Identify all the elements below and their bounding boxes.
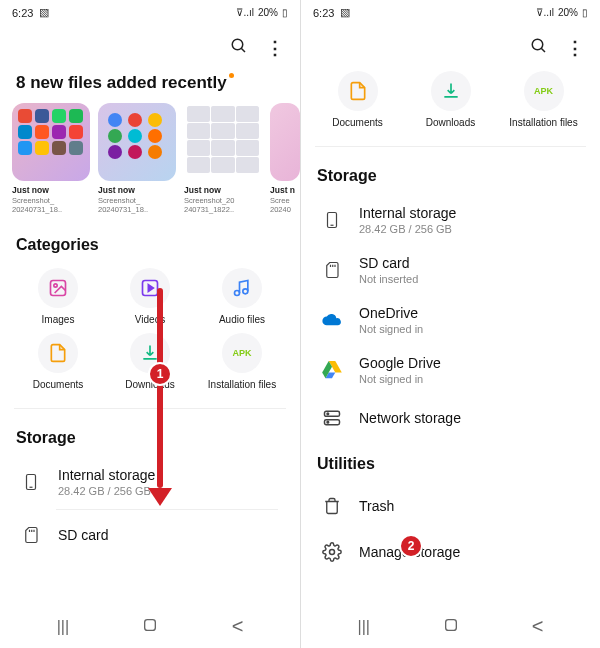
- trash-icon: [319, 493, 345, 519]
- nav-home[interactable]: [443, 617, 459, 637]
- storage-header: Storage: [0, 415, 300, 457]
- thumb-item[interactable]: Just now Screenshot_ 20240731_18..: [98, 103, 176, 214]
- status-bar: 6:23 ▧ ⊽..ıl 20% ▯: [0, 0, 300, 25]
- screen-right: 6:23 ▧ ⊽..ıl 20% ▯ ⋮ Documents Downloads: [300, 0, 600, 648]
- more-icon[interactable]: ⋮: [266, 37, 284, 59]
- googledrive-icon: [319, 357, 345, 383]
- nav-bar: ||| <: [301, 605, 600, 648]
- storage-internal[interactable]: Internal storage28.42 GB / 256 GB: [8, 457, 292, 507]
- category-downloads[interactable]: Downloads: [106, 333, 194, 390]
- image-icon: ▧: [39, 6, 49, 19]
- battery-text: 20%: [258, 7, 278, 18]
- category-apk[interactable]: APK Installation files: [198, 333, 286, 390]
- svg-point-3: [54, 284, 57, 287]
- phone-icon: [18, 469, 44, 495]
- apk-icon: APK: [232, 348, 251, 358]
- svg-rect-12: [145, 619, 156, 630]
- more-icon[interactable]: ⋮: [566, 37, 584, 59]
- storage-onedrive[interactable]: OneDriveNot signed in: [309, 295, 592, 345]
- svg-point-6: [243, 289, 248, 294]
- onedrive-icon: [319, 307, 345, 333]
- apk-icon: APK: [534, 86, 553, 96]
- categories-row: Documents Downloads APK Installation fil…: [301, 69, 600, 140]
- phone-icon: [319, 207, 345, 233]
- storage-internal[interactable]: Internal storage28.42 GB / 256 GB: [309, 195, 592, 245]
- battery-icon: ▯: [582, 7, 588, 18]
- category-videos[interactable]: Videos: [106, 268, 194, 325]
- battery-text: 20%: [558, 7, 578, 18]
- nav-recents[interactable]: |||: [357, 618, 369, 636]
- nav-recents[interactable]: |||: [57, 618, 69, 636]
- image-icon: ▧: [340, 6, 350, 19]
- action-bar: ⋮: [301, 25, 600, 69]
- storage-sdcard[interactable]: SD cardNot inserted: [309, 245, 592, 295]
- svg-point-13: [532, 39, 543, 50]
- wifi-icon: ⊽..ıl: [236, 7, 254, 18]
- nav-home[interactable]: [142, 617, 158, 637]
- categories-header: Categories: [0, 222, 300, 264]
- search-icon[interactable]: [230, 37, 248, 59]
- sdcard-icon: [18, 522, 44, 548]
- svg-line-14: [541, 48, 545, 52]
- storage-googledrive[interactable]: Google DriveNot signed in: [309, 345, 592, 395]
- svg-point-0: [232, 39, 243, 50]
- battery-icon: ▯: [282, 7, 288, 18]
- category-downloads[interactable]: Downloads: [411, 71, 491, 128]
- divider: [56, 509, 278, 510]
- thumb-item[interactable]: Just now Screenshot_ 20240731_18..: [12, 103, 90, 214]
- utility-manage-storage[interactable]: Manage storage: [309, 529, 592, 575]
- nav-back[interactable]: <: [232, 615, 244, 638]
- storage-header: Storage: [301, 153, 600, 195]
- status-time: 6:23: [12, 7, 33, 19]
- divider: [14, 408, 286, 409]
- category-audio[interactable]: Audio files: [198, 268, 286, 325]
- thumb-item[interactable]: Just n Scree 20240: [270, 103, 300, 214]
- nav-back[interactable]: <: [532, 615, 544, 638]
- gear-icon: [319, 539, 345, 565]
- new-indicator-dot: [229, 73, 234, 78]
- utilities-header: Utilities: [301, 441, 600, 483]
- svg-rect-25: [446, 619, 457, 630]
- svg-point-22: [327, 413, 329, 415]
- screen-left: 6:23 ▧ ⊽..ıl 20% ▯ ⋮ 8 new files added r…: [0, 0, 300, 648]
- wifi-icon: ⊽..ıl: [536, 7, 554, 18]
- category-apk[interactable]: APK Installation files: [504, 71, 584, 128]
- thumb-item[interactable]: Just now Screenshot_20 240731_1822..: [184, 103, 262, 214]
- search-icon[interactable]: [530, 37, 548, 59]
- status-time: 6:23: [313, 7, 334, 19]
- category-documents[interactable]: Documents: [14, 333, 102, 390]
- recent-files-header: 8 new files added recently: [0, 69, 300, 103]
- network-icon: [319, 405, 345, 431]
- category-documents[interactable]: Documents: [318, 71, 398, 128]
- status-bar: 6:23 ▧ ⊽..ıl 20% ▯: [301, 0, 600, 25]
- category-images[interactable]: Images: [14, 268, 102, 325]
- svg-line-1: [241, 48, 245, 52]
- nav-bar: ||| <: [0, 605, 300, 648]
- svg-point-24: [330, 550, 335, 555]
- svg-point-5: [235, 291, 240, 296]
- svg-point-23: [327, 421, 329, 423]
- sdcard-icon: [319, 257, 345, 283]
- recent-thumbs: Just now Screenshot_ 20240731_18.. Just …: [0, 103, 300, 222]
- action-bar: ⋮: [0, 25, 300, 69]
- storage-sdcard[interactable]: SD card: [8, 512, 292, 558]
- storage-network[interactable]: Network storage: [309, 395, 592, 441]
- utility-trash[interactable]: Trash: [309, 483, 592, 529]
- categories-grid: Images Videos Audio files Documents Down…: [0, 264, 300, 402]
- divider: [315, 146, 586, 147]
